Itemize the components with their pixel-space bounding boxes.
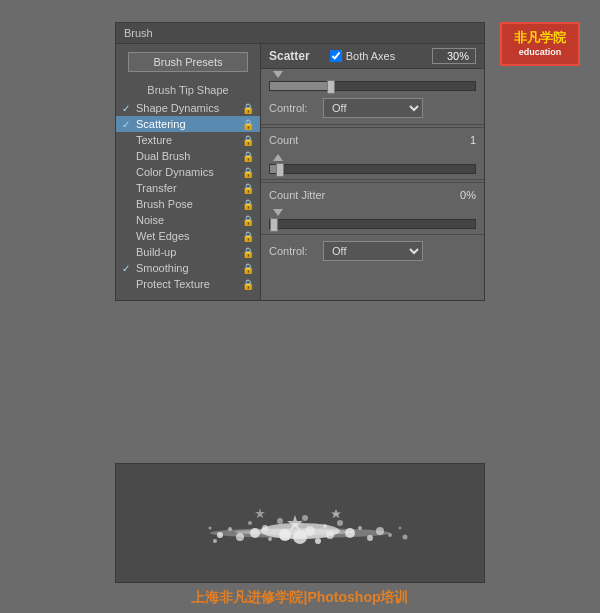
sidebar-item-noise[interactable]: ✓ Noise 🔒: [116, 212, 260, 228]
lock-color-dynamics: 🔒: [242, 167, 254, 178]
panel-title: Brush: [116, 23, 484, 44]
control2-label: Control:: [269, 245, 317, 257]
count-jitter-label: Count Jitter: [269, 189, 446, 201]
scatter-slider-container: [261, 78, 484, 94]
label-transfer: Transfer: [136, 182, 238, 194]
check-brush-pose: ✓: [122, 199, 136, 210]
brush-stroke-preview: [140, 493, 460, 553]
divider-1: [261, 124, 484, 125]
check-transfer: ✓: [122, 183, 136, 194]
lock-shape-dynamics: 🔒: [242, 103, 254, 114]
left-sidebar: Brush Presets Brush Tip Shape ✓ Shape Dy…: [116, 44, 261, 300]
label-shape-dynamics: Shape Dynamics: [136, 102, 238, 114]
check-wet-edges: ✓: [122, 231, 136, 242]
label-brush-pose: Brush Pose: [136, 198, 238, 210]
count-slider-handle[interactable]: [276, 163, 284, 177]
label-dual-brush: Dual Brush: [136, 150, 238, 162]
svg-point-27: [209, 527, 212, 530]
svg-point-14: [315, 538, 321, 544]
svg-point-15: [323, 524, 327, 528]
both-axes-label: Both Axes: [346, 50, 396, 62]
lock-scattering: 🔒: [242, 119, 254, 130]
count-label: Count: [269, 134, 446, 146]
count-row: Count 1: [261, 127, 484, 152]
label-protect-texture: Protect Texture: [136, 278, 238, 290]
check-build-up: ✓: [122, 247, 136, 258]
lock-noise: 🔒: [242, 215, 254, 226]
check-shape-dynamics: ✓: [122, 103, 136, 114]
lock-build-up: 🔒: [242, 247, 254, 258]
panel-body: Brush Presets Brush Tip Shape ✓ Shape Dy…: [116, 44, 484, 300]
label-scattering: Scattering: [136, 118, 238, 130]
footer-text: 上海非凡进修学院|Photoshop培训: [0, 589, 600, 607]
label-color-dynamics: Color Dynamics: [136, 166, 238, 178]
control1-label: Control:: [269, 102, 317, 114]
both-axes-checkbox-group[interactable]: Both Axes: [330, 50, 396, 62]
lock-smoothing: 🔒: [242, 263, 254, 274]
check-protect-texture: ✓: [122, 279, 136, 290]
sidebar-item-dual-brush[interactable]: ✓ Dual Brush 🔒: [116, 148, 260, 164]
control2-select[interactable]: Off Fade Pen Pressure: [323, 241, 423, 261]
label-wet-edges: Wet Edges: [136, 230, 238, 242]
svg-marker-24: [255, 508, 265, 518]
brush-presets-button[interactable]: Brush Presets: [128, 52, 248, 72]
logo-badge: 非凡学院 education: [500, 22, 580, 66]
check-color-dynamics: ✓: [122, 167, 136, 178]
sidebar-item-transfer[interactable]: ✓ Transfer 🔒: [116, 180, 260, 196]
sidebar-item-scattering[interactable]: ✓ Scattering 🔒: [116, 116, 260, 132]
jitter-slider-handle[interactable]: [270, 218, 278, 232]
check-smoothing: ✓: [122, 263, 136, 274]
count-expand-arrow: [273, 154, 283, 161]
jitter-expand-arrow: [273, 209, 283, 216]
count-arrow-row: [261, 152, 484, 161]
check-texture: ✓: [122, 135, 136, 146]
jitter-slider[interactable]: [269, 219, 476, 229]
label-smoothing: Smoothing: [136, 262, 238, 274]
lock-protect-texture: 🔒: [242, 279, 254, 290]
brush-preview-area: [115, 463, 485, 583]
jitter-slider-container: [261, 216, 484, 232]
logo-text: 非凡学院 education: [514, 30, 566, 58]
svg-point-29: [388, 533, 392, 537]
sidebar-item-build-up[interactable]: ✓ Build-up 🔒: [116, 244, 260, 260]
both-axes-checkbox[interactable]: [330, 50, 342, 62]
control1-select[interactable]: Off Fade Pen Pressure Pen Tilt: [323, 98, 423, 118]
svg-point-4: [248, 521, 252, 525]
lock-transfer: 🔒: [242, 183, 254, 194]
sidebar-item-texture[interactable]: ✓ Texture 🔒: [116, 132, 260, 148]
count-slider[interactable]: [269, 164, 476, 174]
count-jitter-value: 0%: [446, 189, 476, 201]
right-content-area: Scatter Both Axes Control:: [261, 44, 484, 300]
sidebar-item-color-dynamics[interactable]: ✓ Color Dynamics 🔒: [116, 164, 260, 180]
scatter-expand-arrow: [273, 71, 283, 78]
jitter-arrow-row: [261, 207, 484, 216]
sidebar-item-wet-edges[interactable]: ✓ Wet Edges 🔒: [116, 228, 260, 244]
sidebar-item-protect-texture[interactable]: ✓ Protect Texture 🔒: [116, 276, 260, 292]
scatter-slider-handle[interactable]: [327, 80, 335, 94]
label-texture: Texture: [136, 134, 238, 146]
check-scattering: ✓: [122, 119, 136, 130]
brush-panel: Brush Brush Presets Brush Tip Shape ✓ Sh…: [115, 22, 485, 301]
svg-point-28: [213, 539, 217, 543]
svg-point-8: [277, 518, 283, 524]
svg-point-26: [235, 529, 355, 535]
sidebar-item-shape-dynamics[interactable]: ✓ Shape Dynamics 🔒: [116, 100, 260, 116]
count-slider-container: [261, 161, 484, 177]
scatter-slider-fill: [270, 82, 332, 90]
scatter-header-row: Scatter Both Axes: [261, 44, 484, 69]
count-jitter-row: Count Jitter 0%: [261, 182, 484, 207]
scatter-arrow-row: [261, 69, 484, 78]
svg-point-17: [337, 520, 343, 526]
svg-marker-23: [331, 509, 341, 518]
sidebar-item-smoothing[interactable]: ✓ Smoothing 🔒: [116, 260, 260, 276]
divider-2: [261, 179, 484, 180]
scatter-value-input[interactable]: [432, 48, 476, 64]
check-dual-brush: ✓: [122, 151, 136, 162]
label-noise: Noise: [136, 214, 238, 226]
lock-texture: 🔒: [242, 135, 254, 146]
scatter-slider[interactable]: [269, 81, 476, 91]
sidebar-item-brush-pose[interactable]: ✓ Brush Pose 🔒: [116, 196, 260, 212]
divider-3: [261, 234, 484, 235]
label-build-up: Build-up: [136, 246, 238, 258]
lock-dual-brush: 🔒: [242, 151, 254, 162]
